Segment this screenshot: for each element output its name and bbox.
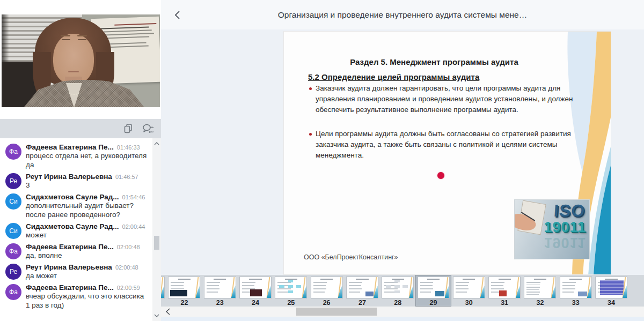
thumbnail-image-block: [578, 292, 587, 296]
message-author: Сидахметова Сауле Рад...: [26, 193, 119, 201]
chat-message-list: Фа Фадеева Екатерина Пе... 01:46:33 проц…: [0, 138, 161, 321]
slide-footer: ООО «БелПроектКонсалтинг»: [304, 253, 398, 261]
slide-section-title: Раздел 5. Менеджмент программы аудита: [284, 57, 584, 66]
prev-slides-icon[interactable]: [163, 307, 172, 317]
current-slide: Раздел 5. Менеджмент программы аудита 5.…: [283, 31, 611, 275]
avatar: Фа: [5, 243, 21, 259]
message-author: Реут Ирина Валерьевна: [26, 263, 112, 271]
laser-pointer-dot: [437, 172, 444, 179]
message-time: 01:54:46: [122, 194, 145, 200]
thumbnail-number: 31: [501, 299, 508, 307]
avatar: Си: [5, 193, 21, 210]
message-text: да может: [26, 271, 147, 280]
thumbnail-number: 27: [358, 299, 366, 307]
slide-heading: 5.2 Определение целей программы аудита: [308, 72, 479, 81]
iso-19011-image: ISO 19011 19011: [515, 200, 589, 259]
slide-thumbnail[interactable]: 28: [380, 275, 415, 307]
slide-thumbnail[interactable]: 27: [345, 275, 380, 307]
thumbnail-image-block: [250, 289, 262, 296]
chat-message: Ре Реут Ирина Валерьевна 02:00:48 да мож…: [0, 262, 161, 282]
thumbnail-number: 23: [216, 299, 224, 307]
filmstrip-scrollbar: [161, 307, 644, 317]
thumbnail-number: 32: [536, 299, 544, 307]
iso-text: ISO: [553, 201, 586, 221]
slide-thumbnail[interactable]: 25: [273, 275, 309, 307]
thumbnail-image-block: [499, 290, 507, 296]
chat-message: Фа Фадеева Екатерина Пе... 01:46:33 проц…: [0, 141, 161, 171]
thumbnail-number: 24: [252, 299, 259, 307]
slide-thumbnail[interactable]: 21: [161, 275, 166, 307]
message-text: может: [26, 230, 147, 240]
message-time: 01:46:33: [117, 144, 140, 151]
message-text: 3: [26, 181, 147, 190]
slide-filmstrip: 2122232425262728293031323334: [161, 275, 644, 307]
slide-thumbnail[interactable]: 24: [238, 275, 273, 307]
message-time: 02:00:48: [115, 264, 138, 271]
message-author: Фадеева Екатерина Пе...: [26, 243, 114, 251]
thumbnail-number: 29: [430, 299, 437, 307]
chat-scrollbar-thumb[interactable]: [154, 236, 159, 250]
message-author: Сидахметова Сауле Рад...: [26, 222, 119, 230]
message-text: да, вполне: [26, 251, 147, 260]
thumbnail-image-block: [435, 291, 444, 296]
necklace: [67, 89, 81, 95]
message-time: 01:46:57: [115, 174, 138, 180]
thumbnail-image-block: [365, 292, 374, 296]
message-text: дополнительный аудит бывает? после ранее…: [26, 201, 147, 219]
avatar: Фа: [5, 144, 21, 160]
thumbnail-number: 34: [608, 299, 615, 307]
thumbnail-number: 33: [572, 299, 580, 307]
slide-thumbnail[interactable]: 33: [558, 275, 594, 307]
filmstrip-scrollbar-thumb[interactable]: [296, 308, 377, 316]
presentation-title: Организация и проведение внутреннего ауд…: [161, 10, 644, 20]
thumbnail-number: 28: [394, 299, 401, 307]
message-time: 02:00:48: [117, 244, 140, 250]
avatar: Ре: [5, 264, 21, 280]
left-panel: Фа Фадеева Екатерина Пе... 01:46:33 проц…: [0, 0, 161, 321]
chat-message: Ре Реут Ирина Валерьевна 01:46:57 3: [0, 171, 161, 191]
scroll-down-icon[interactable]: [152, 311, 161, 320]
message-author: Реут Ирина Валерьевна: [26, 173, 112, 181]
presentation-header: Организация и проведение внутреннего ауд…: [161, 0, 644, 29]
bottom-strip: [161, 317, 644, 321]
chat-icon[interactable]: [142, 123, 153, 135]
message-text: процесс отдела нет, а руководителя да: [26, 151, 147, 169]
chat-scrollbar: [152, 138, 161, 321]
message-time: 02:00:44: [122, 223, 145, 230]
chat-message: Фа Фадеева Екатерина Пе... 02:00:59 вчеа…: [0, 282, 161, 311]
chat-message: Си Сидахметова Сауле Рад... 01:54:46 доп…: [0, 191, 161, 221]
scroll-up-icon[interactable]: [152, 139, 161, 148]
thumbnail-number: 26: [323, 299, 331, 307]
avatar: Си: [5, 223, 21, 239]
chat-toolbar: [0, 119, 161, 138]
slide-thumbnail[interactable]: 30: [451, 275, 487, 307]
slide-thumbnail[interactable]: 26: [309, 275, 344, 307]
message-author: Фадеева Екатерина Пе...: [26, 143, 114, 151]
webcam-video: [2, 14, 160, 107]
avatar: Ре: [5, 173, 21, 189]
slide-thumbnail[interactable]: 29: [415, 275, 451, 307]
slide-thumbnail[interactable]: 23: [202, 275, 238, 307]
thumbnail-image-block: [170, 290, 187, 296]
webinar-app: Фа Фадеева Екатерина Пе... 01:46:33 проц…: [0, 0, 644, 321]
copy-icon[interactable]: [122, 123, 134, 135]
thumbnail-number: 25: [287, 299, 295, 307]
slide-bullet-list: Заказчик аудита должен гарантировать, чт…: [309, 83, 580, 174]
slide-thumbnail[interactable]: 31: [487, 275, 522, 307]
iso-19011-text: 19011: [544, 219, 586, 236]
slide-bullet: Цели программы аудита должны быть соглас…: [309, 129, 580, 161]
thumbnail-row: 2122232425262728293031323334: [161, 275, 629, 307]
presentation-panel: Организация и проведение внутреннего ауд…: [161, 0, 644, 321]
avatar: Фа: [5, 284, 21, 300]
chat-message: Си Сидахметова Сауле Рад... 02:00:44 мож…: [0, 221, 161, 241]
message-text: вчеар обсуждали, что это классика 1 раз …: [26, 292, 147, 310]
slide-thumbnail[interactable]: 32: [522, 275, 558, 307]
thumbnail-number: 22: [180, 299, 188, 307]
slide-thumbnail[interactable]: 34: [594, 275, 629, 307]
slide-thumbnail[interactable]: 22: [166, 275, 202, 307]
thumbnail-number: 30: [465, 299, 473, 307]
slide-bullet: Заказчик аудита должен гарантировать, чт…: [309, 83, 580, 115]
message-time: 02:00:59: [117, 285, 140, 291]
message-author: Фадеева Екатерина Пе...: [26, 283, 114, 292]
chat-message: Фа Фадеева Екатерина Пе... 02:00:48 да, …: [0, 241, 161, 262]
